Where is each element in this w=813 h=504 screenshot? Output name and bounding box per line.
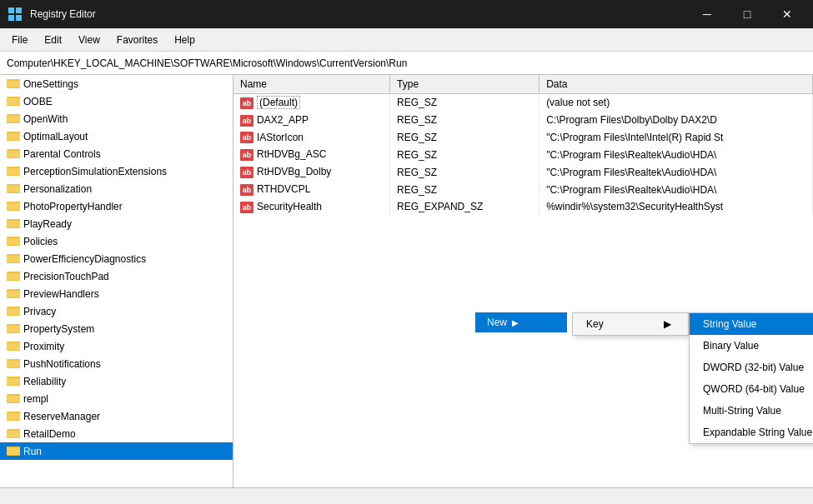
address-path: Computer\HKEY_LOCAL_MACHINE\SOFTWARE\Mic… (7, 57, 407, 69)
tree-item[interactable]: Proximity (0, 337, 233, 355)
tree-item[interactable]: RetailDemo (0, 425, 233, 442)
main-area: OneSettings OOBE OpenWith OptimalLayout … (0, 75, 813, 487)
tree-item-label: Reliability (23, 376, 66, 387)
table-row[interactable]: abSecurityHealthREG_EXPAND_SZ%windir%\sy… (233, 198, 813, 216)
menu-file[interactable]: File (3, 31, 36, 49)
submenu-item[interactable]: Binary Value (690, 335, 813, 357)
tree-item[interactable]: OOBE (0, 92, 233, 110)
tree-item-label: PreviewHandlers (23, 288, 99, 300)
folder-icon (7, 392, 20, 406)
svg-rect-30 (7, 221, 20, 227)
tree-item[interactable]: OpenWith (0, 110, 233, 127)
cell-type: REG_SZ (390, 146, 539, 163)
statusbar (0, 487, 813, 504)
tree-item-label: Run (23, 446, 42, 457)
tree-item[interactable]: PerceptionSimulationExtensions (0, 162, 233, 180)
table-row[interactable]: abRTHDVCPLREG_SZ"C:\Program Files\Realte… (233, 181, 813, 198)
tree-item[interactable]: OneSettings (0, 75, 233, 92)
tree-item[interactable]: Reliability (0, 372, 233, 390)
tree-item[interactable]: Privacy (0, 302, 233, 320)
table-row[interactable]: abRtHDVBg_ASCREG_SZ"C:\Program Files\Rea… (233, 146, 813, 163)
tree-item[interactable]: rempl (0, 390, 233, 407)
cell-name: abSecurityHealth (233, 198, 390, 216)
folder-icon (7, 339, 20, 353)
tree-panel: OneSettings OOBE OpenWith OptimalLayout … (0, 75, 233, 487)
tree-item[interactable]: PreviewHandlers (0, 285, 233, 302)
new-context-menu: Key ▶ (572, 312, 689, 336)
folder-icon (7, 269, 20, 283)
svg-rect-33 (7, 238, 20, 245)
addressbar: Computer\HKEY_LOCAL_MACHINE\SOFTWARE\Mic… (0, 52, 813, 75)
folder-icon (7, 304, 20, 318)
col-name: Name (233, 75, 390, 94)
tree-item-label: PowerEfficiencyDiagnostics (23, 253, 146, 265)
context-menu-area: New ▶ Key ▶ String ValueBinary ValueDWOR… (475, 312, 567, 332)
svg-rect-54 (7, 361, 20, 367)
tree-item[interactable]: ReserveManager (0, 407, 233, 425)
tree-item[interactable]: PushNotifications (0, 355, 233, 372)
svg-rect-21 (7, 168, 20, 175)
cell-type: REG_EXPAND_SZ (390, 198, 539, 216)
cell-data: "C:\Program Files\Realtek\Audio\HDA\ (539, 146, 813, 163)
menu-favorites[interactable]: Favorites (108, 31, 166, 49)
tree-item[interactable]: PropertySystem (0, 320, 233, 337)
table-row[interactable]: abDAX2_APPREG_SZC:\Program Files\Dolby\D… (233, 112, 813, 129)
close-button[interactable]: ✕ (768, 0, 806, 28)
col-data: Data (539, 75, 813, 94)
svg-rect-69 (7, 448, 20, 455)
right-panel: Name Type Data ab(Default)REG_SZ(value n… (233, 75, 813, 487)
folder-icon (7, 94, 20, 108)
reg-name: (Default) (257, 96, 300, 109)
new-button[interactable]: New ▶ (475, 312, 567, 332)
cell-name: abDAX2_APP (233, 112, 390, 129)
reg-icon: ab (240, 132, 253, 143)
registry-table: Name Type Data ab(Default)REG_SZ(value n… (233, 75, 813, 216)
tree-item-label: PropertySystem (23, 323, 94, 335)
tree-item[interactable]: PhotoPropertyHandler (0, 197, 233, 215)
tree-item-label: PrecisionTouchPad (23, 271, 109, 282)
tree-item[interactable]: Personalization (0, 180, 233, 197)
folder-icon (7, 287, 20, 301)
folder-icon (7, 252, 20, 266)
table-row[interactable]: abIAStorIconREG_SZ"C:\Program Files\Inte… (233, 129, 813, 147)
cell-name: abRtHDVBg_ASC (233, 146, 390, 163)
submenu-item[interactable]: DWORD (32-bit) Value (690, 357, 813, 378)
maximize-button[interactable]: □ (728, 0, 766, 28)
submenu-item[interactable]: String Value (690, 313, 813, 335)
svg-rect-42 (7, 291, 20, 297)
svg-rect-18 (7, 151, 20, 157)
cell-data: C:\Program Files\Dolby\Dolby DAX2\D (539, 112, 813, 129)
menu-edit[interactable]: Edit (36, 31, 70, 49)
table-row[interactable]: abRtHDVBg_DolbyREG_SZ"C:\Program Files\R… (233, 163, 813, 181)
ctx-key-label: Key (586, 318, 604, 330)
tree-item[interactable]: Run (0, 442, 233, 460)
tree-item[interactable]: Parental Controls (0, 145, 233, 162)
folder-icon (7, 357, 20, 371)
tree-item[interactable]: PowerEfficiencyDiagnostics (0, 250, 233, 267)
submenu-item[interactable]: Multi-String Value (690, 400, 813, 422)
tree-item-label: RetailDemo (23, 428, 76, 440)
minimize-button[interactable]: ─ (688, 0, 726, 28)
tree-item-label: OOBE (23, 96, 53, 107)
tree-item[interactable]: Policies (0, 232, 233, 250)
svg-rect-0 (8, 7, 14, 13)
tree-item-label: PhotoPropertyHandler (23, 201, 123, 212)
tree-item[interactable]: PlayReady (0, 215, 233, 232)
folder-icon (7, 112, 20, 126)
cell-data: "C:\Program Files\Intel\Intel(R) Rapid S… (539, 129, 813, 147)
table-row[interactable]: ab(Default)REG_SZ(value not set) (233, 94, 813, 112)
tree-item-label: Proximity (23, 341, 64, 352)
svg-rect-27 (7, 203, 20, 210)
submenu-item[interactable]: QWORD (64-bit) Value (690, 378, 813, 400)
cell-name: abRtHDVBg_Dolby (233, 163, 390, 181)
menu-help[interactable]: Help (166, 31, 203, 49)
menu-view[interactable]: View (70, 31, 108, 49)
svg-rect-15 (7, 133, 20, 140)
ctx-key-item[interactable]: Key ▶ (573, 313, 688, 335)
svg-rect-60 (7, 396, 20, 402)
submenu-item[interactable]: Expandable String Value (690, 422, 813, 443)
ctx-key-arrow: ▶ (664, 318, 671, 330)
tree-item[interactable]: PrecisionTouchPad (0, 267, 233, 285)
tree-item[interactable]: OptimalLayout (0, 127, 233, 145)
svg-rect-3 (16, 15, 22, 21)
